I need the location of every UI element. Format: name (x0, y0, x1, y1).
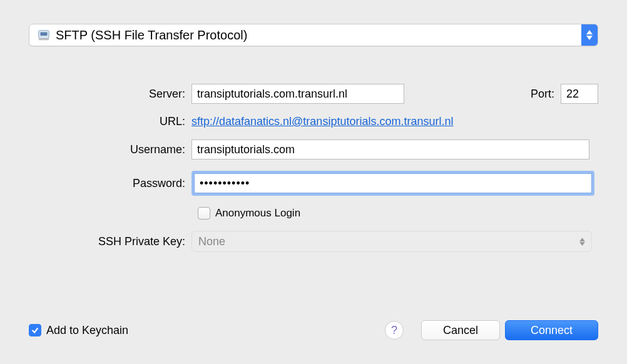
url-link[interactable]: sftp://datafanatics.nl@transiptutorials.… (191, 115, 453, 128)
cancel-button[interactable]: Cancel (421, 320, 500, 340)
server-input[interactable] (191, 84, 404, 104)
disk-icon (37, 28, 51, 42)
username-label: Username: (29, 143, 191, 156)
anonymous-label: Anonymous Login (215, 207, 300, 220)
dropdown-chevrons-icon (581, 24, 598, 46)
port-input[interactable] (561, 84, 598, 104)
protocol-select[interactable]: SFTP (SSH File Transfer Protocol) (29, 24, 598, 46)
url-label: URL: (29, 115, 191, 128)
keychain-checkbox[interactable] (29, 324, 41, 336)
svg-rect-2 (39, 39, 49, 41)
ssh-key-value: None (198, 235, 225, 248)
password-input[interactable] (194, 173, 592, 193)
protocol-label: SFTP (SSH File Transfer Protocol) (56, 28, 581, 43)
svg-rect-1 (41, 32, 48, 36)
ssh-key-select[interactable]: None (191, 231, 592, 252)
keychain-label: Add to Keychain (46, 324, 128, 337)
help-button[interactable]: ? (385, 321, 404, 340)
server-label: Server: (29, 88, 191, 101)
username-input[interactable] (191, 139, 589, 159)
chevron-updown-icon (579, 238, 585, 246)
password-label: Password: (29, 177, 191, 190)
anonymous-checkbox[interactable] (198, 207, 210, 220)
port-label: Port: (531, 88, 554, 101)
connect-button[interactable]: Connect (505, 320, 598, 340)
ssh-key-label: SSH Private Key: (29, 235, 191, 248)
